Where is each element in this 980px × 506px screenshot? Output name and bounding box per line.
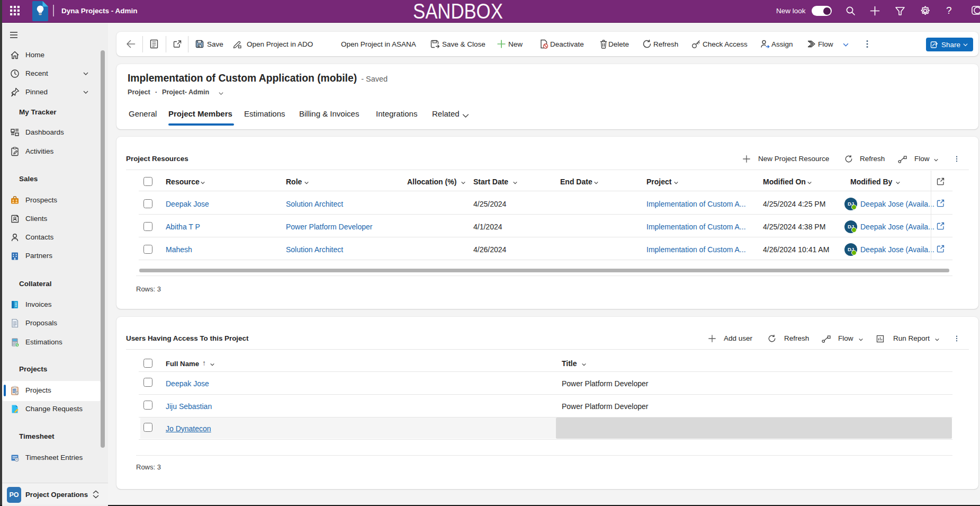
svg-text:$: $ [16, 343, 18, 347]
